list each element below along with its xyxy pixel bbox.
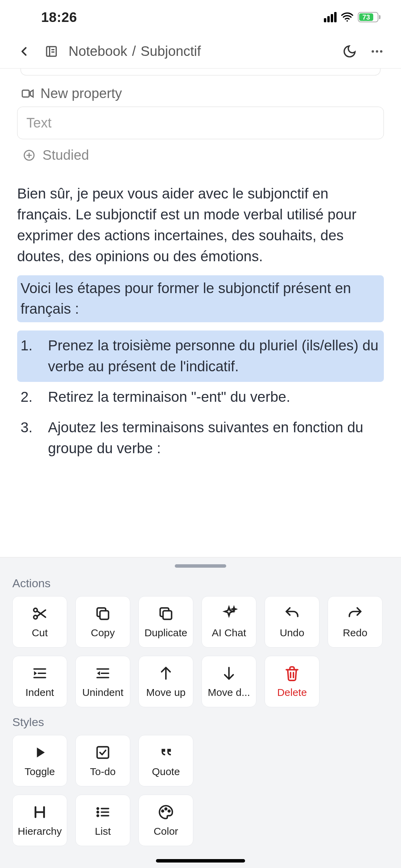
- button-label: Delete: [275, 687, 309, 698]
- list-style-button[interactable]: List: [75, 795, 130, 846]
- button-label: Color: [151, 825, 180, 837]
- breadcrumb-separator: /: [132, 44, 136, 59]
- delete-button[interactable]: Delete: [265, 656, 319, 707]
- note-content[interactable]: New property Text Studied Bien sûr, je p…: [0, 69, 401, 557]
- color-style-button[interactable]: Color: [138, 795, 193, 846]
- list-icon: [94, 804, 111, 821]
- svg-point-6: [376, 50, 378, 52]
- previous-field-edge: [21, 69, 380, 75]
- svg-rect-18: [163, 611, 172, 619]
- note-body[interactable]: Bien sûr, je peux vous aider avec le sub…: [17, 183, 384, 464]
- button-label: Indent: [23, 687, 56, 698]
- notebook-icon: [44, 44, 59, 59]
- ai-chat-button[interactable]: AI Chat: [202, 596, 256, 648]
- button-label: Redo: [341, 627, 369, 639]
- play-icon: [31, 744, 48, 761]
- notebook-icon-button[interactable]: [41, 41, 62, 62]
- move-up-button[interactable]: Move up: [138, 656, 193, 707]
- svg-point-42: [168, 810, 170, 812]
- svg-point-7: [380, 50, 382, 52]
- hierarchy-style-button[interactable]: Hierarchy: [12, 795, 67, 846]
- arrow-down-icon: [220, 665, 238, 682]
- note-steps-list: 1. Prenez la troisième personne du pluri…: [17, 330, 384, 463]
- list-item-number: 2.: [21, 387, 38, 408]
- indent-button[interactable]: Indent: [12, 656, 67, 707]
- svg-point-5: [372, 50, 374, 52]
- home-indicator[interactable]: [156, 859, 245, 863]
- trash-icon: [283, 665, 301, 682]
- plus-circle-icon: [23, 149, 36, 162]
- battery-percent: 73: [362, 13, 370, 21]
- breadcrumb: Notebook / Subjonctif: [69, 44, 201, 59]
- chevron-left-icon: [17, 44, 31, 59]
- breadcrumb-current[interactable]: Subjonctif: [141, 44, 201, 59]
- svg-marker-29: [37, 747, 45, 757]
- svg-point-34: [97, 808, 98, 809]
- breadcrumb-parent[interactable]: Notebook: [69, 44, 127, 59]
- nav-bar: Notebook / Subjonctif: [0, 34, 401, 69]
- actions-row-1: Cut Copy Duplicate AI Chat Undo Redo: [12, 596, 389, 648]
- status-bar: 18:26 73: [0, 0, 401, 34]
- undo-button[interactable]: Undo: [265, 596, 319, 648]
- new-property-row[interactable]: New property: [17, 86, 384, 101]
- svg-point-40: [162, 810, 163, 812]
- button-label: Unindent: [80, 687, 125, 698]
- sparkle-icon: [220, 605, 238, 622]
- duplicate-button[interactable]: Duplicate: [138, 596, 193, 648]
- duplicate-icon: [157, 605, 174, 622]
- add-property-row[interactable]: Studied: [17, 147, 384, 163]
- svg-point-35: [97, 811, 98, 813]
- button-label: To-do: [88, 766, 118, 777]
- cut-button[interactable]: Cut: [12, 596, 67, 648]
- arrow-up-icon: [157, 665, 174, 682]
- moon-icon: [342, 44, 357, 59]
- panel-grabber[interactable]: [175, 564, 226, 568]
- toggle-style-button[interactable]: Toggle: [12, 735, 67, 786]
- svg-point-0: [347, 20, 348, 22]
- button-label: Quote: [150, 766, 182, 777]
- button-label: Hierarchy: [16, 825, 64, 837]
- list-item-text: Retirez la terminaison "-ent" du verbe.: [48, 387, 290, 408]
- battery-indicator: 73: [358, 12, 380, 22]
- list-item[interactable]: 2. Retirez la terminaison "-ent" du verb…: [17, 382, 384, 412]
- indent-icon: [31, 665, 48, 682]
- svg-line-15: [37, 611, 46, 617]
- text-property-input[interactable]: Text: [17, 107, 384, 139]
- copy-button[interactable]: Copy: [75, 596, 130, 648]
- todo-style-button[interactable]: To-do: [75, 735, 130, 786]
- palette-icon: [157, 804, 174, 821]
- button-label: Cut: [30, 627, 50, 639]
- button-label: Move d...: [206, 687, 252, 698]
- actions-row-2: Indent Unindent Move up Move d... Delete: [12, 656, 389, 707]
- more-button[interactable]: [367, 41, 387, 62]
- svg-marker-9: [30, 90, 33, 97]
- button-label: Move up: [144, 687, 187, 698]
- svg-point-41: [165, 808, 167, 810]
- copy-icon: [94, 605, 111, 622]
- svg-rect-30: [97, 747, 108, 758]
- redo-button[interactable]: Redo: [328, 596, 382, 648]
- toolbar-panel: Actions Cut Copy Duplicate AI Chat Undo …: [0, 557, 401, 868]
- quote-icon: [157, 744, 174, 761]
- svg-line-16: [37, 610, 46, 616]
- list-item[interactable]: 3. Ajoutez les terminaisons suivantes en…: [17, 412, 384, 464]
- scissors-icon: [31, 605, 48, 622]
- wifi-icon: [341, 11, 354, 24]
- button-label: Copy: [89, 627, 117, 639]
- svg-rect-8: [22, 90, 29, 97]
- move-down-button[interactable]: Move d...: [202, 656, 256, 707]
- dark-mode-button[interactable]: [339, 41, 360, 62]
- back-button[interactable]: [14, 41, 34, 62]
- quote-style-button[interactable]: Quote: [138, 735, 193, 786]
- redo-icon: [347, 605, 364, 622]
- svg-point-36: [97, 815, 98, 816]
- undo-icon: [283, 605, 301, 622]
- actions-section-title: Actions: [12, 577, 389, 590]
- note-steps-heading[interactable]: Voici les étapes pour former le subjonct…: [17, 275, 384, 323]
- styles-row-2: Hierarchy List Color: [12, 795, 389, 846]
- list-item-number: 1.: [21, 335, 38, 356]
- list-item-text: Ajoutez les terminaisons suivantes en fo…: [48, 417, 380, 459]
- list-item[interactable]: 1. Prenez la troisième personne du pluri…: [17, 330, 384, 382]
- unindent-button[interactable]: Unindent: [75, 656, 130, 707]
- note-intro[interactable]: Bien sûr, je peux vous aider avec le sub…: [17, 183, 384, 267]
